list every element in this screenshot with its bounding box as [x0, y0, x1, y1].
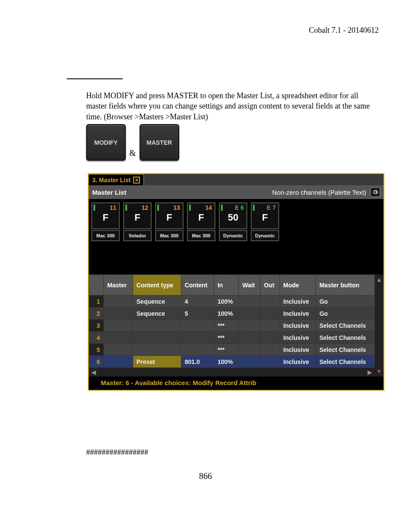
cell-index: 2 [89, 308, 104, 320]
cell-ctype[interactable] [133, 320, 181, 332]
cell-in[interactable]: 100% [214, 308, 239, 320]
cell-out[interactable] [260, 332, 280, 344]
cell-out[interactable] [260, 344, 280, 356]
master-cell[interactable]: 11F Mac 300 [90, 202, 121, 271]
close-icon[interactable]: ✕ [133, 177, 140, 184]
horizontal-scrollbar[interactable]: ◀ ▶ [89, 368, 375, 376]
col-wait[interactable]: Wait [239, 275, 260, 296]
table-row-selected[interactable]: 6 Preset 801.0 100% Inclusive Select Cha… [89, 356, 375, 368]
scroll-up-icon[interactable]: ▲ [376, 274, 382, 285]
cell-content[interactable] [181, 344, 214, 356]
cell-in[interactable]: 100% [214, 356, 239, 368]
cell-mode[interactable]: Inclusive [280, 320, 316, 332]
cell-mode[interactable]: Inclusive [280, 296, 316, 308]
master-list-table[interactable]: Master Content type Content In Wait Out … [89, 274, 375, 368]
master-cell[interactable]: E 650 Dynamic [218, 202, 248, 271]
master-label: Mac 300 [155, 230, 184, 241]
cell-content[interactable]: 5 [181, 308, 214, 320]
master-cell[interactable]: 12F Selador [122, 202, 153, 271]
cell-wait[interactable] [239, 356, 260, 368]
body-paragraph: Hold MODIFY and press MASTER to open the… [86, 90, 375, 122]
cell-in[interactable]: 100% [214, 296, 239, 308]
panel-title: Master List [92, 189, 126, 196]
cell-ctype[interactable]: Sequence [133, 296, 181, 308]
cell-mbtn[interactable]: Select Channels [316, 332, 375, 344]
cell-ctype[interactable] [133, 344, 181, 356]
table-row[interactable]: 5 *** Inclusive Select Channels [89, 344, 375, 356]
cell-wait[interactable] [239, 332, 260, 344]
cell-master[interactable] [104, 296, 133, 308]
master-cell[interactable]: 14F Mac 300 [186, 202, 216, 271]
master-number: 11 [109, 204, 119, 211]
table-row[interactable]: 1 Sequence 4 100% Inclusive Go [89, 296, 375, 308]
scroll-left-icon[interactable]: ◀ [91, 369, 96, 376]
cell-wait[interactable] [239, 320, 260, 332]
cell-out[interactable] [260, 296, 280, 308]
status-bar: Master: 6 - Available choices: Modify Re… [89, 376, 383, 390]
col-in[interactable]: In [214, 275, 239, 296]
cell-mode[interactable]: Inclusive [280, 308, 316, 320]
cell-out[interactable] [260, 320, 280, 332]
section-divider: ################ [86, 448, 148, 457]
col-spacer [89, 275, 104, 296]
cell-master[interactable] [104, 332, 133, 344]
cell-content[interactable]: 4 [181, 296, 214, 308]
master-cell[interactable]: E 7F Dynamic [250, 202, 280, 271]
table-row[interactable]: 4 *** Inclusive Select Channels [89, 332, 375, 344]
cell-in[interactable]: *** [214, 320, 239, 332]
cell-mode[interactable]: Inclusive [280, 344, 316, 356]
gear-icon[interactable] [371, 187, 380, 197]
cell-mbtn[interactable]: Go [316, 296, 375, 308]
col-out[interactable]: Out [260, 275, 280, 296]
cell-mbtn[interactable]: Go [316, 308, 375, 320]
cell-index: 3 [89, 320, 104, 332]
vertical-scrollbar[interactable]: ▲ ▼ [375, 274, 383, 376]
col-content-type[interactable]: Content type [133, 275, 181, 296]
panel-mode-text: Non-zero channels (Palette Text) [272, 189, 366, 196]
cell-out[interactable] [260, 356, 280, 368]
scroll-down-icon[interactable]: ▼ [376, 366, 382, 376]
cell-index: 6 [89, 356, 104, 368]
cell-in[interactable]: *** [214, 332, 239, 344]
col-master[interactable]: Master [104, 275, 133, 296]
cell-mode[interactable]: Inclusive [280, 332, 316, 344]
cell-content[interactable] [181, 320, 214, 332]
cell-master[interactable] [104, 356, 133, 368]
cell-index: 4 [89, 332, 104, 344]
cell-ctype[interactable] [133, 332, 181, 344]
cell-content[interactable] [181, 332, 214, 344]
cell-mbtn[interactable]: Select Channels [316, 356, 375, 368]
master-value: F [166, 212, 172, 223]
cell-mbtn[interactable]: Select Channels [316, 344, 375, 356]
cell-master[interactable] [104, 308, 133, 320]
scroll-right-icon[interactable]: ▶ [367, 369, 372, 376]
cell-index: 5 [89, 344, 104, 356]
master-cell[interactable]: 13F Mac 300 [154, 202, 184, 271]
master-label: Dynamic [219, 230, 247, 241]
cell-mbtn[interactable]: Select Channels [316, 320, 375, 332]
cell-wait[interactable] [239, 308, 260, 320]
master-list-window: 3. Master List ✕ Master List Non-zero ch… [88, 173, 384, 391]
cell-wait[interactable] [239, 344, 260, 356]
cell-master[interactable] [104, 344, 133, 356]
tab-master-list[interactable]: 3. Master List ✕ [89, 174, 144, 185]
tab-label: 3. Master List [92, 174, 131, 186]
col-master-button[interactable]: Master button [316, 275, 375, 296]
cell-ctype[interactable]: Sequence [133, 308, 181, 320]
master-number: E 7 [267, 204, 278, 211]
cell-in[interactable]: *** [214, 344, 239, 356]
modify-key: MODIFY [86, 124, 126, 161]
cell-master[interactable] [104, 320, 133, 332]
ampersand: & [129, 148, 136, 161]
cell-content[interactable]: 801.0 [181, 356, 214, 368]
table-row[interactable]: 3 *** Inclusive Select Channels [89, 320, 375, 332]
master-value: F [134, 212, 140, 223]
cell-mode[interactable]: Inclusive [280, 356, 316, 368]
table-header-row: Master Content type Content In Wait Out … [89, 275, 375, 296]
cell-wait[interactable] [239, 296, 260, 308]
cell-out[interactable] [260, 308, 280, 320]
cell-ctype[interactable]: Preset [133, 356, 181, 368]
col-content[interactable]: Content [181, 275, 214, 296]
table-row[interactable]: 2 Sequence 5 100% Inclusive Go [89, 308, 375, 320]
col-mode[interactable]: Mode [280, 275, 316, 296]
